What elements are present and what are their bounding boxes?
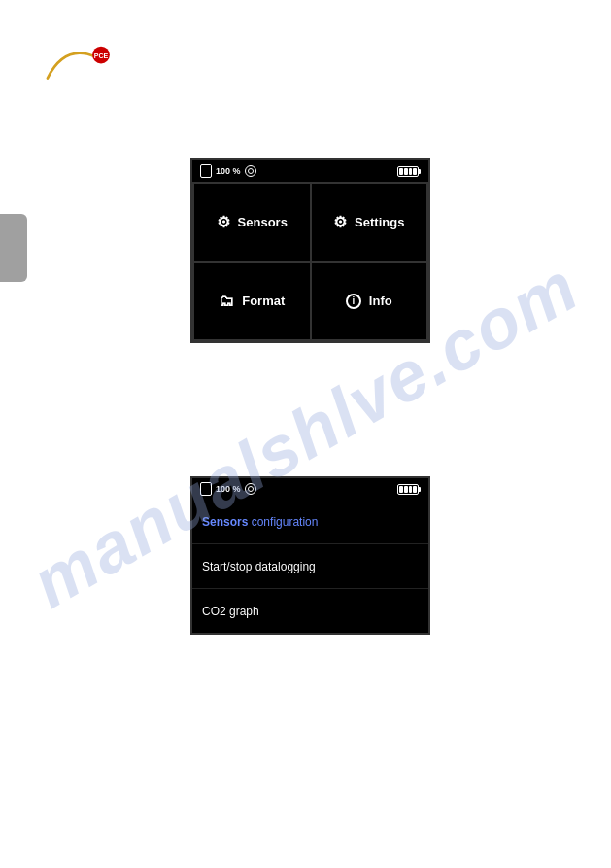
screen2-status-left: 100 % [200, 482, 256, 496]
battery-body [397, 166, 419, 177]
menu-item-format[interactable]: 🗂 Format [194, 263, 310, 340]
start-stop-label: Start/stop datalogging [202, 560, 316, 573]
watermark: manualshlve.com [0, 0, 611, 868]
format-label: Format [242, 294, 285, 308]
screen2-battery-icon [397, 484, 421, 495]
sensors-gear-icon: ⚙ [217, 213, 230, 231]
settings-gear-icon: ⚙ [333, 213, 347, 231]
sensors-list-menu: SensorsSensors configuration configurati… [192, 500, 428, 633]
format-sd-icon: 🗂 [219, 293, 234, 310]
logo-area: PCE [39, 39, 117, 91]
settings-label: Settings [355, 215, 404, 229]
list-item-start-stop[interactable]: Start/stop datalogging [192, 544, 428, 589]
sd-card-icon [200, 164, 212, 178]
co2-graph-label: CO2 graph [202, 605, 259, 618]
screen2-target-icon [245, 483, 256, 495]
screen2-sd-icon [200, 482, 212, 496]
pce-logo: PCE [39, 39, 117, 87]
info-icon: i [346, 294, 361, 309]
svg-text:PCE: PCE [94, 52, 109, 60]
menu-item-sensors[interactable]: ⚙ Sensors [194, 184, 310, 261]
screen1-battery-percent: 100 % [216, 166, 241, 176]
screen1-status-left: 100 % [200, 164, 256, 178]
list-item-co2-graph[interactable]: CO2 graph [192, 589, 428, 633]
screen1-main-menu: 100 % ⚙ Sensors ⚙ Settings 🗂 [190, 158, 430, 343]
menu-item-settings[interactable]: ⚙ Settings [312, 184, 427, 261]
list-item-sensors-config[interactable]: SensorsSensors configuration configurati… [192, 500, 428, 544]
target-icon [245, 165, 256, 177]
sensors-config-label: SensorsSensors configuration configurati… [202, 515, 318, 529]
sensors-label: Sensors [238, 215, 288, 229]
menu-item-info[interactable]: i Info [312, 263, 427, 340]
screen1-status-bar: 100 % [192, 160, 428, 182]
screen1-battery-icon [397, 166, 421, 177]
screen2-status-bar: 100 % [192, 478, 428, 500]
side-tab [0, 214, 27, 282]
info-label: Info [369, 294, 392, 308]
sensors-config-highlight: Sensors [202, 515, 248, 529]
screen2-battery-percent: 100 % [216, 484, 241, 494]
screen2-sensors-menu: 100 % SensorsSensors configuration confi… [190, 476, 430, 635]
main-menu-grid: ⚙ Sensors ⚙ Settings 🗂 Format i Info [192, 182, 428, 341]
